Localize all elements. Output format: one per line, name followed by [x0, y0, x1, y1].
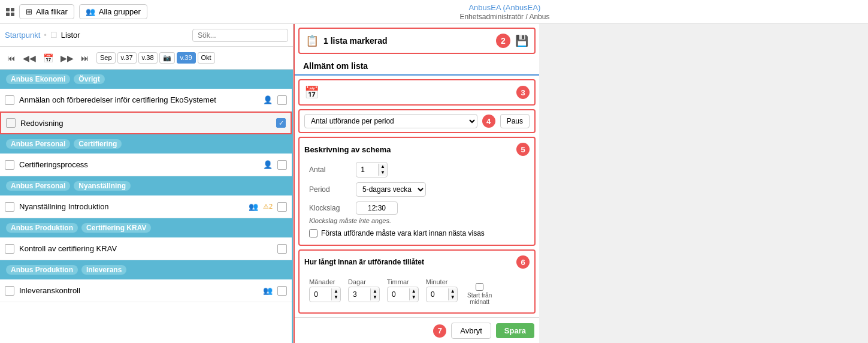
klockslag-row: Klockslag [304, 199, 530, 217]
tabs-icon: ⊞ [26, 7, 32, 16]
antal-input[interactable]: ▲ ▼ [356, 162, 388, 177]
nav-first-button[interactable]: ⏮ [5, 52, 18, 64]
nav-prev-button[interactable]: ◀◀ [20, 52, 38, 64]
item-checkbox-icon4 [5, 202, 14, 212]
manader-label: Månader [309, 278, 341, 285]
forsta-checkbox[interactable] [309, 229, 317, 237]
user-role: Enhetsadministratör / Anbus [459, 13, 549, 21]
groups-icon: 👥 [86, 7, 95, 16]
w38-badge[interactable]: v.38 [138, 52, 158, 64]
nav-next-button[interactable]: ▶▶ [58, 52, 76, 64]
paus-button[interactable]: Paus [500, 114, 530, 128]
period-label: Period [309, 185, 351, 194]
main-layout: Startpunkt • ☐ Listor ⏮ ◀◀ 📅 ▶▶ ⏭ Sep v.… [0, 24, 868, 343]
lists-link[interactable]: Listor [61, 31, 80, 40]
item-select-check4[interactable] [277, 202, 287, 212]
item-select-check2[interactable] [276, 118, 286, 128]
bottom-bar: 7 Avbryt Spara [295, 317, 539, 343]
timmar-input[interactable]: ▲ ▼ [387, 287, 419, 302]
cancel-button[interactable]: Avbryt [451, 323, 491, 339]
list-item-cert: Certifieringsprocess 👤 [0, 154, 292, 176]
group-tag-cert: Certifiering [74, 139, 122, 149]
timmar-up[interactable]: ▲ [410, 288, 418, 294]
antal-value-input[interactable] [356, 166, 378, 174]
timmar-down[interactable]: ▼ [410, 294, 418, 300]
group-header-krav: Anbus Produktion Certifiering KRAV [0, 218, 292, 237]
minuter-down[interactable]: ▼ [449, 294, 457, 300]
dagar-input[interactable]: ▲ ▼ [348, 287, 380, 302]
dagar-col: Dagar ▲ ▼ [348, 278, 380, 302]
item-select-check[interactable] [277, 95, 287, 105]
manader-up[interactable]: ▲ [332, 288, 340, 294]
all-groups-button[interactable]: 👥 Alla grupper [79, 4, 147, 19]
manader-down[interactable]: ▼ [332, 294, 340, 300]
minuter-value[interactable] [427, 290, 448, 299]
minuter-up[interactable]: ▲ [449, 288, 457, 294]
manader-col: Månader ▲ ▼ [309, 278, 341, 302]
item-select-check6[interactable] [277, 286, 287, 296]
antal-spin: ▲ ▼ [378, 164, 387, 176]
schema-title: Beskrivning av schema [304, 145, 391, 154]
user-icon: 👤 [263, 95, 273, 104]
dropdown-section: Antal utförande per period 4 Paus [298, 109, 536, 133]
list-item-krav: Kontroll av certifiering KRAV [0, 237, 292, 260]
duration-title: Hur långt innan är utförande tillåtet [304, 258, 424, 266]
manader-input[interactable]: ▲ ▼ [309, 287, 341, 302]
item-select-check5[interactable] [277, 244, 287, 254]
user-name: AnbusEA (AnbusEA) [147, 3, 862, 12]
calendar-nav: ⏮ ◀◀ 📅 ▶▶ ⏭ Sep v.37 v.38 📷 v.39 Okt [0, 47, 293, 70]
group-tag-ekonomi: Anbus Ekonomi [6, 74, 70, 84]
clipboard-icon: 📋 [306, 34, 319, 47]
list-item-redovisning: Redovisning 1 [0, 112, 292, 134]
all-tabs-button[interactable]: ⊞ Alla flikar [19, 4, 74, 19]
start-midnatt-col: Start från midnatt [465, 275, 495, 305]
dagar-spin: ▲ ▼ [370, 288, 379, 300]
dagar-up[interactable]: ▲ [371, 288, 379, 294]
klockslag-label: Klockslag [309, 204, 351, 212]
user-icon4: 👥 [263, 286, 273, 295]
save-button[interactable]: Spara [496, 323, 534, 338]
group-tag-inlev: Inleverans [81, 265, 126, 275]
sep-badge[interactable]: Sep [96, 52, 116, 64]
group-tag-personal2: Anbus Personal [6, 181, 70, 191]
content-area: Anbus Ekonomi Övrigt Anmälan och förbere… [0, 70, 293, 343]
badge-6: 6 [516, 255, 530, 269]
group-tag-prod: Anbus Produktion [6, 223, 78, 233]
camera-badge[interactable]: 📷 [159, 52, 175, 64]
antal-down[interactable]: ▼ [379, 170, 387, 176]
manader-value[interactable] [310, 290, 331, 299]
nav-calendar-button[interactable]: 📅 [41, 52, 56, 64]
okt-badge[interactable]: Okt [198, 52, 215, 64]
item-select-check3[interactable] [277, 160, 287, 170]
marked-list-label: 1 lista markerad [323, 36, 388, 46]
period-select[interactable]: 5-dagars vecka 7-dagars vecka Månadsvis [356, 182, 426, 197]
dagar-value[interactable] [349, 290, 370, 299]
w39-badge[interactable]: v.39 [177, 52, 196, 64]
start-midnatt-checkbox[interactable] [476, 283, 483, 291]
antal-up[interactable]: ▲ [379, 164, 387, 170]
klockslag-input[interactable] [356, 201, 398, 215]
timmar-value[interactable] [388, 290, 409, 299]
w37-badge[interactable]: v.37 [117, 52, 137, 64]
minuter-input[interactable]: ▲ ▼ [426, 287, 458, 302]
all-groups-label: Alla grupper [99, 7, 141, 16]
cal-section: 📅 3 [298, 79, 536, 106]
badge-4: 4 [482, 115, 495, 128]
badge-3: 3 [516, 86, 530, 99]
search-input[interactable] [192, 29, 288, 42]
right-panel: 📋 1 lista markerad 2 💾 Allmänt om lista … [294, 24, 539, 343]
save-icon-button[interactable]: 💾 [515, 34, 528, 47]
list-item: Anmälan och förberedelser inför certifie… [0, 89, 292, 112]
badge-1: 1 [0, 118, 1, 128]
dagar-down[interactable]: ▼ [371, 294, 379, 300]
general-section: Allmänt om lista [295, 58, 539, 76]
period-dropdown[interactable]: Antal utförande per period [304, 114, 477, 128]
user-info: AnbusEA (AnbusEA) Enhetsadministratör / … [147, 3, 862, 21]
warning-badge: ⚠2 [263, 203, 273, 210]
nav-last-button[interactable]: ⏭ [78, 52, 92, 64]
manader-spin: ▲ ▼ [331, 288, 340, 300]
week-badges: Sep v.37 v.38 📷 v.39 Okt [96, 52, 215, 64]
group-header-nyanstallning: Anbus Personal Nyanställning [0, 176, 292, 195]
group-tag-ovrigt: Övrigt [74, 74, 104, 84]
startpoint-link[interactable]: Startpunkt [5, 31, 40, 40]
